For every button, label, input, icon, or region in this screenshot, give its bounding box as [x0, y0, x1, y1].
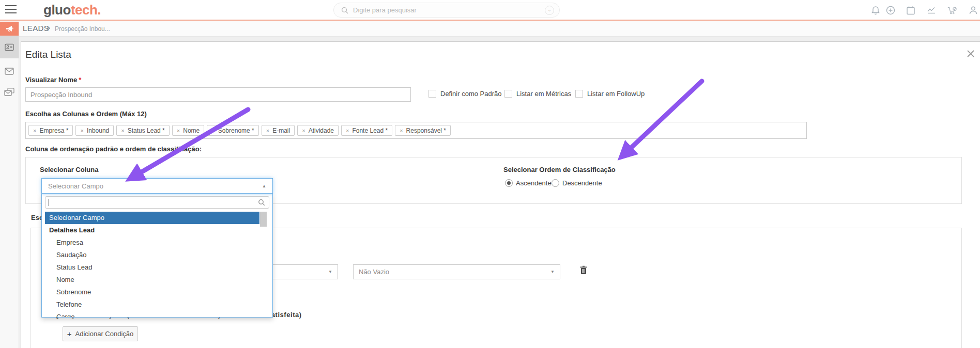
breadcrumb-separator: >: [47, 25, 50, 32]
radio-button: [552, 179, 559, 187]
columns-section-label: Escolha as Colunas e Ordem (Máx 12): [25, 110, 147, 118]
column-tag[interactable]: ×Responsável *: [395, 125, 451, 136]
dropdown-option[interactable]: Cargo: [45, 311, 271, 318]
column-tag[interactable]: ×Nome: [172, 125, 204, 136]
breadcrumb-bar: LEADS > Prospecção Inbou... + Adicionar …: [0, 21, 980, 37]
name-field-label: Visualizar Nome*: [25, 76, 81, 84]
select-column-label: Selecionar Coluna: [40, 166, 98, 173]
dropdown-search-input[interactable]: [45, 196, 269, 209]
hamburger-menu-icon[interactable]: [5, 5, 17, 13]
column-tag[interactable]: ×Empresa *: [28, 125, 73, 136]
edit-list-modal: Edita Lista Visualizar Nome* Prospecção …: [21, 41, 980, 348]
breadcrumb-section[interactable]: LEADS: [23, 24, 49, 33]
close-icon[interactable]: [966, 49, 975, 58]
dropdown-option[interactable]: Empresa: [45, 236, 271, 249]
remove-tag-icon: ×: [211, 128, 215, 134]
list-name-input[interactable]: Prospecção Inbound: [25, 87, 411, 102]
list-name-value: Prospecção Inbound: [30, 91, 92, 99]
breadcrumb-current[interactable]: Prospecção Inbou...: [55, 25, 110, 33]
column-tag[interactable]: ×Inbound: [75, 125, 114, 136]
left-sidebar: [0, 22, 19, 348]
dropdown-option[interactable]: Saudação: [45, 249, 271, 261]
checkbox-definir-padrao[interactable]: Definir como Padrão: [428, 90, 502, 98]
search-options-chevron-icon[interactable]: ⌄: [545, 6, 554, 15]
checkbox-box[interactable]: [504, 90, 512, 98]
plus-circle-icon[interactable]: [885, 5, 896, 15]
sort-section-label: Coluna de ordenação padrão e ordem de cl…: [25, 145, 202, 153]
combobox-value: Selecionar Campo: [48, 182, 262, 190]
app-logo[interactable]: gluotech.: [43, 2, 101, 18]
caret-up-icon: ▲: [262, 184, 266, 188]
condition-operator-select[interactable]: Não Vazio ▼: [353, 264, 560, 279]
dropdown-option[interactable]: Nome: [45, 274, 271, 286]
checkbox-box[interactable]: [575, 90, 583, 98]
caret-down-icon: ▼: [550, 270, 555, 274]
text-cursor: [49, 199, 49, 206]
line-chart-icon[interactable]: [926, 5, 937, 15]
radio-descendente[interactable]: Descendente: [552, 179, 602, 187]
combobox-dropdown-panel: Selecionar Campo Detalhes Lead Empresa S…: [41, 193, 273, 318]
envelope-icon: [5, 68, 14, 75]
sidebar-item-bulk-email[interactable]: [0, 82, 19, 102]
search-placeholder: Digite para pesquisar: [353, 6, 545, 14]
page-title: Edita Lista: [25, 49, 71, 60]
radio-ascendente[interactable]: Ascendente: [505, 179, 552, 187]
search-icon: [341, 7, 348, 14]
column-tag[interactable]: ×Status Lead *: [116, 125, 170, 136]
logo-part-3: tech.: [71, 2, 101, 18]
contact-card-icon: [5, 43, 14, 51]
columns-tag-input[interactable]: ×Empresa * ×Inbound ×Status Lead * ×Nome…: [25, 122, 807, 139]
remove-tag-icon: ×: [302, 128, 305, 134]
sidebar-item-contacts[interactable]: [0, 36, 19, 58]
dropdown-option[interactable]: Status Lead: [45, 261, 271, 274]
column-tag[interactable]: ×Sobrenome *: [207, 125, 258, 136]
remove-tag-icon: ×: [346, 128, 349, 134]
required-asterisk: *: [79, 76, 81, 84]
radio-button: [505, 179, 513, 187]
column-tag[interactable]: ×Atividade: [297, 125, 339, 136]
megaphone-icon: [5, 25, 14, 33]
bell-icon[interactable]: [870, 5, 881, 15]
dropdown-option-selected[interactable]: Selecionar Campo: [45, 212, 259, 224]
checkbox-box[interactable]: [428, 90, 436, 98]
checkbox-listar-followup[interactable]: Listar em FollowUp: [575, 90, 645, 98]
remove-tag-icon: ×: [80, 128, 83, 134]
dropdown-option[interactable]: Telefone: [45, 298, 271, 311]
global-search-input[interactable]: Digite para pesquisar ⌄: [333, 3, 560, 18]
cart-check-icon[interactable]: [947, 5, 957, 15]
checkbox-listar-metricas[interactable]: Listar em Métricas: [504, 90, 571, 98]
sort-order-label: Selecionar Ordem de Classificação: [503, 166, 616, 173]
remove-tag-icon: ×: [33, 128, 36, 134]
dropdown-scrollbar[interactable]: [260, 212, 267, 227]
bulk-email-icon: [4, 88, 14, 96]
profile-icon[interactable]: [968, 5, 978, 15]
dropdown-group-header: Detalhes Lead: [45, 224, 264, 236]
top-header: gluotech. Digite para pesquisar ⌄: [0, 0, 980, 21]
logo-part-1: glu: [43, 2, 63, 18]
search-icon: [258, 199, 265, 206]
logo-part-2: o: [63, 2, 71, 18]
trash-icon[interactable]: [579, 265, 588, 275]
remove-tag-icon: ×: [400, 128, 403, 134]
caret-down-icon: ▼: [328, 270, 332, 274]
remove-tag-icon: ×: [177, 128, 180, 134]
remove-tag-icon: ×: [121, 128, 124, 134]
sidebar-item-email[interactable]: [0, 61, 19, 82]
column-tag[interactable]: ×E-mail: [262, 125, 295, 136]
column-tag[interactable]: ×Fonte Lead *: [341, 125, 392, 136]
calendar-icon[interactable]: [906, 5, 916, 15]
app-root: gluotech. Digite para pesquisar ⌄ LEADS …: [0, 0, 980, 348]
dropdown-option[interactable]: Sobrenome: [45, 286, 271, 298]
sidebar-item-leads-active[interactable]: [0, 22, 19, 36]
remove-tag-icon: ×: [266, 128, 269, 134]
sort-column-combobox[interactable]: Selecionar Campo ▲: [41, 178, 273, 194]
